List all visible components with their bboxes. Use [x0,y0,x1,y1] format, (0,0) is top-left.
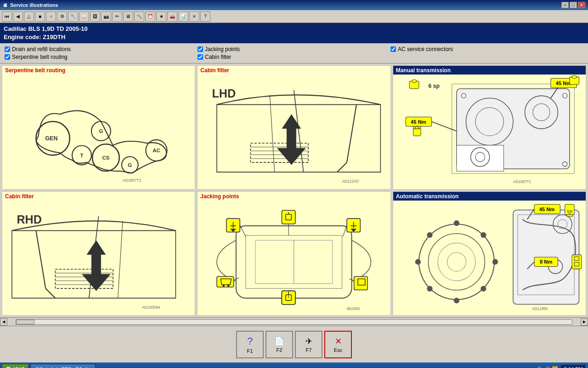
checkbox-cabin[interactable]: Cabin filter [198,54,390,60]
svg-line-45 [431,122,456,132]
svg-text:45 Nm: 45 Nm [555,80,571,86]
svg-point-92 [453,298,459,304]
vehicle-line1: Cadillac BLS 1,9D TD 2005-10 [4,25,584,33]
toolbar-monitor[interactable]: 🖥 [123,12,133,22]
f1-label: F1 [247,348,253,354]
svg-text:T: T [80,153,83,158]
svg-line-15 [270,95,275,172]
close-btn[interactable]: × [578,2,585,8]
checkbox-serpentine-input[interactable] [5,54,10,60]
checkbox-jacking-input[interactable] [198,46,203,52]
checkbox-ac-label: AC service connectors [398,46,453,52]
checkbox-cabin-input[interactable] [198,54,203,60]
toolbar-book[interactable]: 📖 [79,12,89,22]
toolbar-pencil[interactable]: ✏ [112,12,122,22]
checkbox-col-1: Drain and refill locations Serpentine be… [5,46,198,60]
svg-text:GEN: GEN [45,135,57,142]
svg-point-39 [572,75,577,78]
toolbar-square[interactable]: ■ [35,12,45,22]
cell-serpentine-title: Serpentine belt routing [2,66,195,75]
toolbar-wrench[interactable]: 🔧 [68,12,78,22]
svg-text:G: G [128,162,132,168]
svg-rect-106 [566,215,572,217]
scroll-left-btn[interactable]: ◀ [0,318,7,326]
checkbox-col-3: AC service connectors [390,46,583,60]
app-icon: 🖥 [3,3,7,8]
cell-auto-trans: Automatic transmission [393,191,586,316]
cabin-lhd-diagram: LHD AD122/47 [198,75,390,188]
checkbox-jacking[interactable]: Jacking points [198,46,390,52]
toolbar-circle[interactable]: ○ [46,12,56,22]
svg-point-98 [481,232,486,238]
checkbox-ac[interactable]: AC service connectors [390,46,583,52]
svg-point-96 [481,286,486,292]
toolbar-gear[interactable]: ⚙ [57,12,67,22]
checkbox-ac-input[interactable] [390,46,396,52]
f1-button[interactable]: ? F1 [236,331,264,358]
svg-point-97 [427,286,432,292]
svg-line-22 [337,163,347,172]
taskbar-item-label: Autodata CD3 - [Mod... [40,366,91,368]
svg-text:AC: AC [153,148,160,154]
cell-cabin-lhd-title: Cabin filter [198,66,390,75]
scroll-right-btn[interactable]: ▶ [581,318,588,326]
svg-line-21 [347,105,356,163]
svg-text:AD11856: AD11856 [532,307,548,311]
cell-jacking-title: Jacking points [198,192,390,201]
svg-rect-64 [294,241,333,284]
svg-text:AD122/47: AD122/47 [342,179,360,184]
f2-button[interactable]: 📄 F2 [266,331,293,358]
f2-icon: 📄 [274,336,284,346]
svg-text:LHD: LHD [212,87,236,100]
toolbar-tools[interactable]: 🔨 [134,12,144,22]
toolbar-list[interactable]: ≡ [189,12,199,22]
toolbar-help[interactable]: ? [200,12,210,22]
toolbar-car[interactable]: 🚗 [167,12,177,22]
cabin-rhd-diagram: RHD AD100094 [2,201,195,314]
svg-rect-72 [227,285,229,287]
checkbox-drain[interactable]: Drain and refill locations [5,46,198,52]
title-bar: 🖥 Service illustrations − □ × [0,0,588,10]
toolbar-graph[interactable]: 📊 [178,12,188,22]
maximize-btn[interactable]: □ [570,2,577,8]
f7-icon: ✈ [305,336,312,346]
toolbar-photo[interactable]: 📷 [101,12,111,22]
toolbar-triangle[interactable]: △ [24,12,34,22]
toolbar-star[interactable]: ★ [156,12,166,22]
esc-button[interactable]: ✕ Esc [324,331,352,358]
checkbox-drain-input[interactable] [5,46,10,52]
toolbar-prev[interactable]: ◀ [13,12,23,22]
bottom-bar: ? F1 📄 F2 ✈ F7 ✕ Esc [0,326,588,362]
taskbar-item-autodata[interactable]: 🖥 Autodata CD3 - [Mod... [30,364,96,368]
scrollbar-track[interactable] [16,319,572,325]
svg-text:6b1000: 6b1000 [347,307,360,311]
minimize-btn[interactable]: − [561,2,569,8]
checkbox-cabin-label: Cabin filter [205,54,231,60]
f7-button[interactable]: ✈ F7 [295,331,322,358]
jacking-diagram: 6b1000 [198,201,390,314]
toolbar-clock[interactable]: ⏰ [145,12,155,22]
f2-label: F2 [277,347,283,353]
checkbox-jacking-label: Jacking points [205,46,240,52]
title-bar-text: Service illustrations [10,2,58,8]
cell-manual-trans-title: Manual transmission [393,66,586,75]
svg-line-59 [45,289,55,299]
toolbar-image[interactable]: 🖼 [90,12,100,22]
scrollbar-thumb[interactable] [16,320,34,324]
svg-line-81 [343,225,347,236]
svg-text:45 Nm: 45 Nm [539,207,554,212]
tray-icons: 🔒 🔊 📶 [536,366,558,368]
start-label: start [12,366,24,368]
svg-rect-63 [255,241,294,284]
toolbar-first[interactable]: ⏮ [2,12,12,22]
serpentine-diagram: GEN T G CS G AC AD1857T2 [2,75,195,188]
start-button[interactable]: ⊞ start [2,364,28,368]
vehicle-line2: Engine code: Z19DTH [4,33,584,41]
cell-serpentine: Serpentine belt routing GEN T G CS G AC … [2,65,195,190]
cell-auto-trans-title: Automatic transmission [393,192,586,201]
toolbar: ⏮ ◀ △ ■ ○ ⚙ 🔧 📖 🖼 📷 ✏ 🖥 🔨 ⏰ ★ 🚗 📊 ≡ ? [0,10,588,23]
svg-point-95 [427,232,432,238]
svg-point-91 [453,220,459,226]
esc-icon: ✕ [335,336,342,346]
checkbox-serpentine[interactable]: Serpentine belt routing [5,54,198,60]
